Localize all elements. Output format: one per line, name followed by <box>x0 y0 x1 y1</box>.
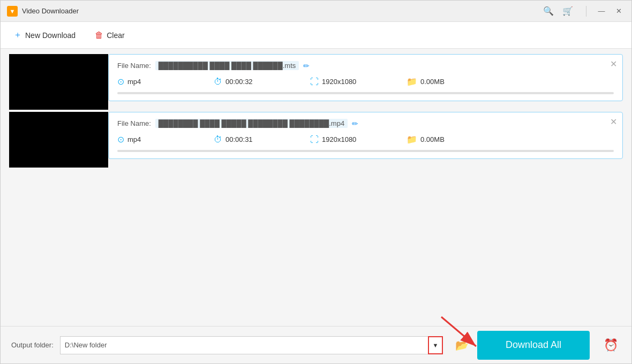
title-bar: ▼ Video Downloader 🔍 🛒 — ✕ <box>1 1 631 22</box>
file-name-row-1: File Name: ██████████ ████ ████ ██████.m… <box>117 61 614 70</box>
format-value-2: mp4 <box>127 135 141 143</box>
download-card-1: ✕ File Name: ██████████ ████ ████ ██████… <box>108 54 623 101</box>
resolution-value-2: 1920x1080 <box>322 135 356 143</box>
separator <box>586 6 586 17</box>
size-value-2: 0.00MB <box>420 135 445 143</box>
file-name-label-1: File Name: <box>117 62 151 70</box>
title-bar-controls: 🔍 🛒 — ✕ <box>543 5 625 18</box>
meta-row-1: ⊙ mp4 ⏱ 00:00:32 ⛶ 1920x1080 📁 0.00MB <box>117 77 614 87</box>
edit-filename-1-icon[interactable]: ✏ <box>303 62 310 70</box>
format-value-1: mp4 <box>127 78 141 86</box>
output-input-wrapper: ▼ <box>60 336 443 354</box>
meta-row-2: ⊙ mp4 ⏱ 00:00:31 ⛶ 1920x1080 📁 0.00MB <box>117 134 614 145</box>
download-item-1: ✕ File Name: ██████████ ████ ████ ██████… <box>9 54 623 107</box>
resolution-item-1: ⛶ 1920x1080 <box>310 77 407 87</box>
progress-bar-1 <box>117 92 614 94</box>
file-name-row-2: File Name: ████████ ████ █████ ████████ … <box>117 119 614 128</box>
file-name-label-2: File Name: <box>117 119 151 127</box>
plus-icon: ＋ <box>13 29 22 41</box>
trash-icon: 🗑 <box>95 31 103 40</box>
duration-item-2: ⏱ 00:00:31 <box>214 135 310 145</box>
dropdown-arrow-icon: ▼ <box>433 342 439 348</box>
format-icon-2: ⊙ <box>117 134 124 145</box>
resolution-value-1: 1920x1080 <box>322 78 356 86</box>
output-dropdown-button[interactable]: ▼ <box>428 336 443 354</box>
folder-icon-2: 📁 <box>407 134 417 145</box>
folder-browse-icon: 📂 <box>455 339 469 352</box>
cart-icon[interactable]: 🛒 <box>562 6 573 16</box>
bottom-bar: Output folder: ▼ 📂 Download All <box>1 326 631 363</box>
format-item-2: ⊙ mp4 <box>117 134 214 145</box>
duration-item-1: ⏱ 00:00:32 <box>214 77 310 87</box>
alarm-icon: ⏰ <box>604 338 618 352</box>
resolution-icon-1: ⛶ <box>310 77 319 87</box>
duration-value-2: 00:00:31 <box>225 135 253 143</box>
resolution-item-2: ⛶ 1920x1080 <box>310 135 407 145</box>
minimize-button[interactable]: — <box>595 5 608 18</box>
toolbar: ＋ New Download 🗑 Clear <box>1 22 631 49</box>
size-item-2: 📁 0.00MB <box>407 134 503 145</box>
browse-folder-button[interactable]: 📂 <box>453 336 471 354</box>
download-card-2: ✕ File Name: ████████ ████ █████ ███████… <box>108 112 623 159</box>
main-content: ✕ File Name: ██████████ ████ ████ ██████… <box>1 49 631 326</box>
thumbnail-1 <box>9 54 108 110</box>
close-button[interactable]: ✕ <box>612 5 625 18</box>
progress-bar-2 <box>117 150 614 152</box>
folder-icon-1: 📁 <box>407 77 417 87</box>
output-folder-label: Output folder: <box>11 341 54 349</box>
format-item-1: ⊙ mp4 <box>117 77 214 87</box>
edit-filename-2-icon[interactable]: ✏ <box>352 119 358 128</box>
close-card-1-button[interactable]: ✕ <box>610 59 617 69</box>
duration-value-1: 00:00:32 <box>225 78 253 86</box>
size-item-1: 📁 0.00MB <box>407 77 503 87</box>
file-name-value-1: ██████████ ████ ████ ██████.mts <box>155 61 299 70</box>
clock-icon-2: ⏱ <box>214 135 222 145</box>
size-value-1: 0.00MB <box>420 78 445 86</box>
search-icon[interactable]: 🔍 <box>543 6 554 16</box>
download-all-label: Download All <box>506 339 561 351</box>
download-all-button[interactable]: Download All <box>477 331 590 360</box>
app-icon: ▼ <box>7 6 18 17</box>
schedule-button[interactable]: ⏰ <box>600 335 621 355</box>
clear-label: Clear <box>107 31 124 40</box>
download-item-2: ✕ File Name: ████████ ████ █████ ███████… <box>9 112 623 164</box>
thumbnail-2 <box>9 112 108 168</box>
output-path-input[interactable] <box>60 336 428 354</box>
new-download-button[interactable]: ＋ New Download <box>9 27 80 43</box>
resolution-icon-2: ⛶ <box>310 135 319 145</box>
app-title: Video Downloader <box>22 7 543 15</box>
clock-icon-1: ⏱ <box>214 77 222 87</box>
main-window: ▼ Video Downloader 🔍 🛒 — ✕ ＋ New Downloa… <box>0 0 632 364</box>
close-card-2-button[interactable]: ✕ <box>610 117 617 127</box>
format-icon-1: ⊙ <box>117 77 124 87</box>
new-download-label: New Download <box>25 31 76 40</box>
clear-button[interactable]: 🗑 Clear <box>91 28 129 42</box>
empty-area <box>9 170 623 321</box>
file-name-value-2: ████████ ████ █████ ████████ ████████.mp… <box>155 119 348 128</box>
